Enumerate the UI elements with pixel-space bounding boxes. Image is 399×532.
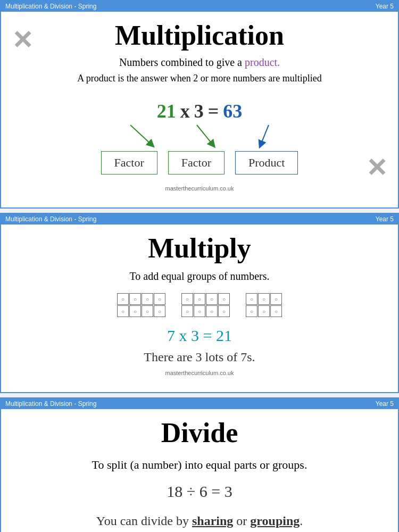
- card3-content: Divide To split (a number) into equal pa…: [1, 409, 398, 532]
- blocks-row: ○ ○ ○ ○ ○ ○ ○ ○ ○ ○ ○ ○ ○ ○ ○ ○: [12, 293, 387, 317]
- block-cell: ○: [142, 305, 153, 317]
- eq-result: 63: [223, 100, 242, 122]
- block-cell: ○: [218, 293, 230, 305]
- block-cell: ○: [206, 305, 218, 317]
- card2-content: Multiply To add equal groups of numbers.…: [1, 225, 398, 392]
- card2-equation: 7 x 3 = 21: [12, 327, 387, 345]
- card2-subtitle: To add equal groups of numbers.: [12, 270, 387, 282]
- arrows-container: [98, 122, 301, 149]
- block-cell: ○: [218, 305, 230, 317]
- svg-line-1: [197, 125, 213, 145]
- product-box: Product: [235, 151, 298, 174]
- card3-footer: You can divide by sharing or grouping.: [12, 514, 387, 528]
- card2-title: Multiply: [12, 232, 387, 264]
- block-cell: ○: [258, 293, 270, 305]
- block-cell: ○: [246, 305, 257, 317]
- block-cell: ○: [194, 293, 205, 305]
- eq-num1: 21: [157, 100, 176, 122]
- block-cell: ○: [206, 293, 218, 305]
- svg-line-0: [130, 125, 152, 145]
- block-cell: ○: [246, 293, 257, 305]
- card1-title: Multiplication: [12, 20, 387, 51]
- card1-subtitle-text: Numbers combined to give a: [119, 56, 242, 68]
- equation-area: 21 x 3 = 63: [98, 100, 301, 174]
- block-cell: ○: [194, 305, 205, 317]
- card1-content: ✕ ✕ Multiplication Numbers combined to g…: [1, 12, 398, 207]
- card2-year: Year 5: [376, 215, 394, 223]
- block-grid-2: ○ ○ ○ ○ ○ ○ ○ ○: [181, 293, 230, 317]
- card1-desc: A product is the answer when 2 or more n…: [12, 73, 387, 84]
- block-cell: ○: [258, 305, 270, 317]
- labels-row: Factor Factor Product: [98, 151, 301, 174]
- equation-line: 21 x 3 = 63: [98, 100, 301, 122]
- card3-footer-before: You can divide by: [96, 514, 192, 528]
- factor-box-2: Factor: [168, 151, 225, 174]
- card2-desc: There are 3 lots of 7s.: [12, 350, 387, 364]
- x-mark-bottom-right: ✕: [366, 155, 387, 181]
- card3-footer-after: .: [300, 514, 303, 528]
- card-multiplication: Multiplication & Division - Spring Year …: [0, 0, 399, 209]
- card3-title: Divide: [12, 417, 387, 448]
- block-cell: ○: [129, 305, 141, 317]
- x-mark-top-left: ✕: [12, 28, 33, 53]
- block-cell: ○: [142, 293, 153, 305]
- card2-header: Multiplication & Division - Spring Year …: [1, 214, 398, 225]
- block-cell: ○: [154, 293, 165, 305]
- block-cell: ○: [270, 305, 282, 317]
- card3-subtitle: To split (a number) into equal parts or …: [12, 458, 387, 472]
- block-cell: ○: [117, 305, 129, 317]
- svg-line-2: [261, 125, 269, 145]
- arrows-svg: [98, 122, 301, 149]
- card1-header: Multiplication & Division - Spring Year …: [1, 1, 398, 12]
- eq-num2: 3: [194, 100, 204, 122]
- card3-subject: Multiplication & Division - Spring: [5, 400, 96, 408]
- card1-subtitle-keyword: product.: [245, 56, 280, 68]
- card-divide: Multiplication & Division - Spring Year …: [0, 397, 399, 532]
- factor-box-1: Factor: [101, 151, 157, 174]
- card3-equation: 18 ÷ 6 = 3: [12, 483, 387, 501]
- block-cell: ○: [181, 293, 193, 305]
- block-grid-1: ○ ○ ○ ○ ○ ○ ○ ○: [117, 293, 165, 317]
- card3-footer-word2: grouping: [250, 514, 300, 528]
- card-multiply: Multiplication & Division - Spring Year …: [0, 213, 399, 393]
- block-grid-3: ○ ○ ○ ○ ○ ○: [246, 293, 282, 317]
- card3-year: Year 5: [376, 400, 394, 408]
- card1-website: masterthecurriculum.co.uk: [12, 185, 387, 192]
- block-cell: ○: [270, 293, 282, 305]
- card3-footer-word1: sharing: [192, 514, 233, 528]
- card2-subject: Multiplication & Division - Spring: [5, 215, 96, 223]
- card1-year: Year 5: [376, 3, 394, 10]
- card2-website: masterthecurriculum.co.uk: [12, 370, 387, 376]
- block-cell: ○: [129, 293, 141, 305]
- card1-subject: Multiplication & Division - Spring: [5, 3, 96, 10]
- card3-footer-middle: or: [233, 514, 250, 528]
- eq-op1: x: [180, 100, 190, 122]
- block-cell: ○: [181, 305, 193, 317]
- card1-subtitle: Numbers combined to give a product.: [12, 56, 387, 69]
- eq-op2: =: [208, 100, 219, 122]
- block-cell: ○: [154, 305, 165, 317]
- card3-header: Multiplication & Division - Spring Year …: [1, 398, 398, 409]
- block-cell: ○: [117, 293, 129, 305]
